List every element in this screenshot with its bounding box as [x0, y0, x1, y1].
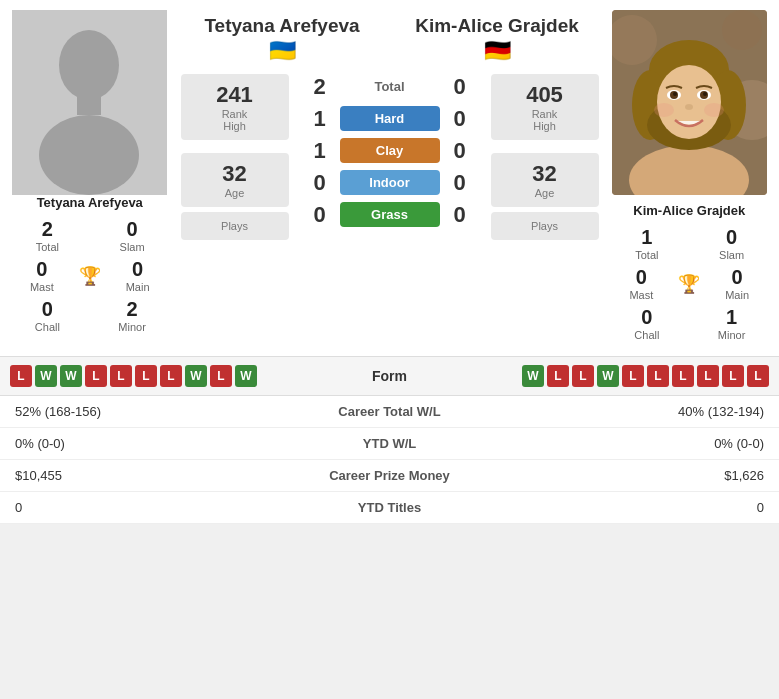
- left-player-block: Tetyana Arefyeva 2 Total 0 Slam 0 Mast 🏆: [10, 10, 170, 346]
- stats-row-left-val: 0% (0-0): [15, 436, 300, 451]
- form-section: LWWLLLLWLW Form WLLWLLLLLL: [0, 356, 779, 395]
- left-plays-box: Plays: [181, 212, 289, 240]
- left-chall-block: 0 Chall: [10, 298, 85, 333]
- stats-row-center-label: Career Total W/L: [300, 404, 480, 419]
- form-badge-right: L: [722, 365, 744, 387]
- form-badge-left: L: [135, 365, 157, 387]
- svg-point-1: [59, 30, 119, 100]
- total-label: Total: [374, 79, 404, 94]
- form-badge-left: W: [235, 365, 257, 387]
- left-rank-box: 241 Rank High: [181, 74, 289, 140]
- form-badges-right: WLLWLLLLLL: [522, 365, 769, 387]
- form-badge-right: L: [572, 365, 594, 387]
- indoor-score-left: 0: [300, 170, 340, 196]
- svg-point-15: [657, 65, 721, 139]
- form-badge-right: W: [597, 365, 619, 387]
- hard-score-left: 1: [300, 106, 340, 132]
- form-badge-left: L: [110, 365, 132, 387]
- stats-row: 0% (0-0)YTD W/L0% (0-0): [0, 428, 779, 460]
- right-minor-block: 1 Minor: [694, 306, 769, 341]
- stats-row: $10,455Career Prize Money$1,626: [0, 460, 779, 492]
- right-total-value: 1 Total: [610, 226, 685, 261]
- right-age-val: 32: [511, 161, 579, 187]
- form-badge-right: L: [622, 365, 644, 387]
- indoor-button[interactable]: Indoor: [340, 170, 440, 195]
- left-slam-value: 0 Slam: [95, 218, 170, 253]
- left-mast-block: 0 Mast: [10, 258, 74, 293]
- total-score-left: 2: [300, 74, 340, 100]
- stats-row: 52% (168-156)Career Total W/L40% (132-19…: [0, 396, 779, 428]
- clay-score-right: 0: [440, 138, 480, 164]
- svg-point-21: [703, 92, 707, 96]
- right-player-block: Kim-Alice Grajdek 1 Total 0 Slam 0 Mast …: [610, 10, 770, 346]
- comparison-grid: 241 Rank High 32 Age Plays: [175, 74, 605, 346]
- form-badge-left: L: [10, 365, 32, 387]
- left-player-stats: 2 Total 0 Slam: [10, 218, 170, 253]
- svg-rect-3: [77, 95, 101, 115]
- left-player-photo: [12, 10, 167, 195]
- left-main-block: 0 Main: [106, 258, 170, 293]
- right-bottom-stats: 0 Chall 1 Minor: [610, 306, 770, 341]
- form-badge-right: L: [672, 365, 694, 387]
- svg-point-20: [673, 92, 677, 96]
- surfaces-col: 2 Total 0 1 Hard 0 1 Clay 0: [295, 74, 485, 346]
- total-score-right: 0: [440, 74, 480, 100]
- grass-button[interactable]: Grass: [340, 202, 440, 227]
- stats-row-center-label: YTD Titles: [300, 500, 480, 515]
- right-rank-val: 405: [511, 82, 579, 108]
- form-badge-left: L: [85, 365, 107, 387]
- left-minor-block: 2 Minor: [95, 298, 170, 333]
- right-gray-col: 405 Rank High 32 Age Plays: [485, 74, 605, 346]
- main-container: Tetyana Arefyeva 2 Total 0 Slam 0 Mast 🏆: [0, 0, 779, 524]
- right-header-name: Kim-Alice Grajdek: [415, 15, 579, 38]
- form-badge-left: L: [160, 365, 182, 387]
- right-chall-block: 0 Chall: [610, 306, 685, 341]
- form-badge-right: L: [747, 365, 769, 387]
- left-total-value: 2 Total: [10, 218, 85, 253]
- form-badge-left: W: [185, 365, 207, 387]
- silhouette-svg: [12, 10, 167, 195]
- right-player-name: Kim-Alice Grajdek: [633, 203, 745, 218]
- svg-point-2: [39, 115, 139, 195]
- stats-row-center-label: YTD W/L: [300, 436, 480, 451]
- stats-row-center-label: Career Prize Money: [300, 468, 480, 483]
- grass-score-right: 0: [440, 202, 480, 228]
- form-badge-right: L: [647, 365, 669, 387]
- total-row: 2 Total 0: [300, 74, 480, 100]
- center-block: Tetyana Arefyeva 🇺🇦 Kim-Alice Grajdek 🇩🇪…: [175, 10, 605, 346]
- right-trophy-icon: 🏆: [678, 273, 700, 295]
- names-row: Tetyana Arefyeva 🇺🇦 Kim-Alice Grajdek 🇩🇪: [175, 10, 605, 69]
- grass-row: 0 Grass 0: [300, 202, 480, 228]
- left-name-col: Tetyana Arefyeva 🇺🇦: [175, 10, 390, 69]
- hard-score-right: 0: [440, 106, 480, 132]
- right-trophy-row: 0 Mast 🏆 0 Main: [610, 266, 770, 301]
- svg-point-22: [685, 104, 693, 110]
- stats-rows: 52% (168-156)Career Total W/L40% (132-19…: [0, 395, 779, 524]
- left-age-box: 32 Age: [181, 153, 289, 207]
- stats-row-right-val: 40% (132-194): [480, 404, 765, 419]
- form-label: Form: [372, 368, 407, 384]
- left-flag: 🇺🇦: [269, 38, 296, 64]
- form-badge-left: W: [35, 365, 57, 387]
- indoor-score-right: 0: [440, 170, 480, 196]
- form-badge-right: L: [547, 365, 569, 387]
- grass-score-left: 0: [300, 202, 340, 228]
- top-section: Tetyana Arefyeva 2 Total 0 Slam 0 Mast 🏆: [0, 0, 779, 356]
- right-rank-box: 405 Rank High: [491, 74, 599, 140]
- stats-row-right-val: 0% (0-0): [480, 436, 765, 451]
- form-badge-left: W: [60, 365, 82, 387]
- left-rank-val: 241: [201, 82, 269, 108]
- stats-row-left-val: $10,455: [15, 468, 300, 483]
- svg-point-23: [654, 103, 674, 117]
- hard-button[interactable]: Hard: [340, 106, 440, 131]
- clay-button[interactable]: Clay: [340, 138, 440, 163]
- right-main-block: 0 Main: [705, 266, 769, 301]
- form-badge-left: L: [210, 365, 232, 387]
- right-player-stats: 1 Total 0 Slam: [610, 226, 770, 261]
- left-player-name: Tetyana Arefyeva: [37, 195, 143, 210]
- left-gray-col: 241 Rank High 32 Age Plays: [175, 74, 295, 346]
- stats-row-left-val: 0: [15, 500, 300, 515]
- right-player-photo: [612, 10, 767, 195]
- right-age-box: 32 Age: [491, 153, 599, 207]
- svg-point-24: [704, 103, 724, 117]
